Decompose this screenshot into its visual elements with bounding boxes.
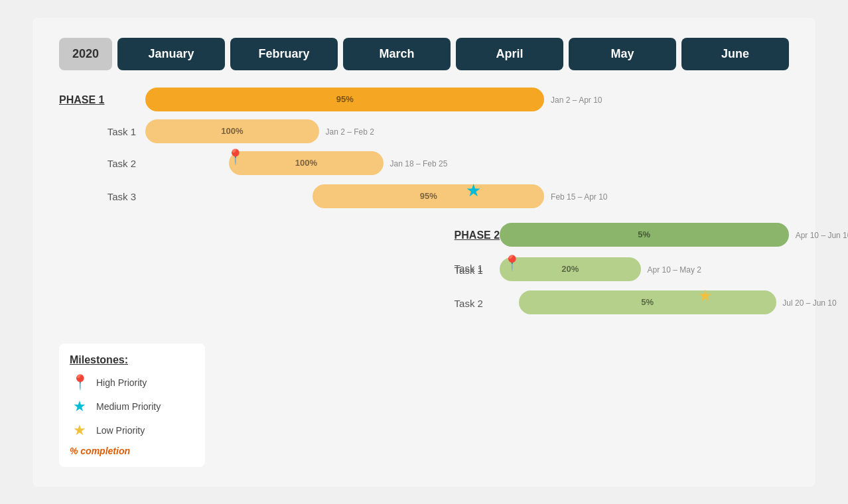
phase2-task2-pct: 5% [641,297,654,307]
month-june: June [681,38,789,70]
task2-milestone-icon: 📍 [226,149,244,166]
p2task2-milestone: ★ [698,286,713,305]
legend-medium: ★ Medium Priority [70,398,194,415]
phase1-pct: 95% [336,94,354,104]
medium-priority-icon: ★ [70,398,90,415]
phase1-task1-bar: 100% [145,119,319,143]
phase1-label: PHASE 1 [59,94,145,106]
low-priority-icon: ★ [70,422,90,439]
phase2-pct: 5% [638,229,650,239]
phase2-dates: Apr 10 – Jun 10 [796,231,848,240]
p2t2-label: Task 2 [455,297,483,308]
month-january: January [117,38,225,70]
month-april: April [456,38,563,70]
month-march: March [343,38,451,70]
phase1-task1-pct: 100% [221,126,243,136]
phase1-task3-pct: 95% [420,191,437,201]
phase2-task1-pct: 20% [561,264,579,274]
phase1-task3-dates: Feb 15 – Apr 10 [551,192,607,202]
chart-container: 2020 January February March April May Ju… [33,18,815,487]
month-february: February [230,38,338,70]
phase1-task2-bar: 100% [229,151,384,175]
phase2-task2-bar: 5% [519,290,776,314]
legend-low-label: Low Priority [96,425,145,436]
legend-low: ★ Low Priority [70,422,194,439]
task3-milestone-icon: ★ [466,180,481,201]
phase1-task2-dates: Jan 18 – Feb 25 [390,159,448,168]
phase1-bar: 95% [145,88,544,111]
phase1-task3-label: Task 3 [59,191,145,202]
phase2-task1-dates: Apr 10 – May 2 [648,265,701,275]
legend-medium-label: Medium Priority [96,401,161,412]
p2t1-label: Task 1 [455,264,483,275]
phase1-task3-bar: 95% [313,184,544,208]
phase1-dates: Jan 2 – Apr 10 [551,95,602,105]
year-badge: 2020 [59,38,112,70]
legend-high: 📍 High Priority [70,374,194,391]
phase1-task2-pct: 100% [295,158,317,168]
phase1-task2-label: Task 2 [59,158,145,169]
month-may: May [569,38,676,70]
legend-title: Milestones: [70,354,194,366]
legend-section: Milestones: 📍 High Priority ★ Medium Pri… [59,344,205,467]
phase2-label: PHASE 2 [455,229,500,241]
p2task1-milestone: 📍 [503,255,521,272]
phase1-task1-dates: Jan 2 – Feb 2 [326,127,374,137]
legend-high-label: High Priority [96,377,147,388]
phase1-task1-label: Task 1 [59,126,145,137]
header-row: 2020 January February March April May Ju… [59,38,789,70]
phase2-bar: 5% [500,223,790,247]
pct-note: % completion [70,446,194,456]
phase2-task2-dates: Jul 20 – Jun 10 [782,298,836,308]
high-priority-icon: 📍 [70,374,90,391]
